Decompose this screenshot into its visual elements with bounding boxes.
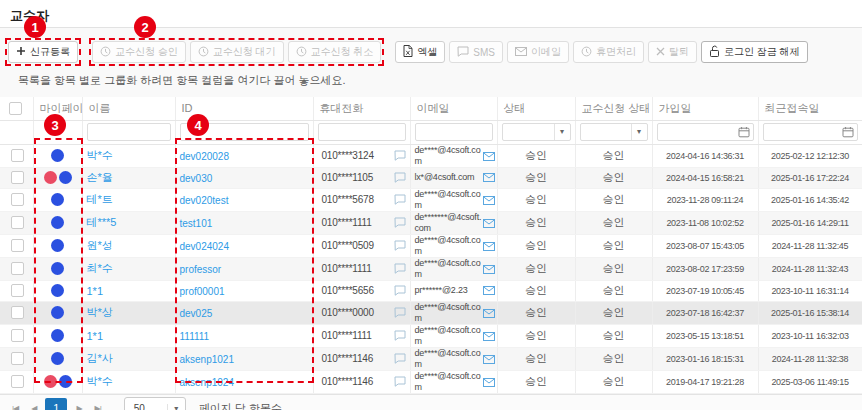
row-checkbox[interactable] [11,284,24,297]
id-link[interactable]: 111111 [180,331,210,342]
table-row[interactable]: 최*수professor010****1111de****@4csoft.com… [0,257,862,280]
sms-button[interactable]: SMS [449,41,503,63]
page-number-button[interactable]: 1 [45,398,67,410]
id-link[interactable]: dev020test [180,195,229,206]
sms-bubble-icon[interactable] [394,150,406,163]
filter-id-input[interactable] [180,123,309,141]
filter-joined-date[interactable] [657,123,754,141]
column-header-name[interactable]: 이름 [82,97,175,120]
column-header-phone[interactable]: 휴대전화 [313,97,410,120]
withdraw-button[interactable]: 탈퇴 [648,41,697,63]
filter-phone-input[interactable] [318,123,406,141]
name-link[interactable]: 박*수 [87,375,113,387]
mypage-blue-dot-icon[interactable] [51,284,64,297]
sms-bubble-icon[interactable] [394,172,406,185]
name-link[interactable]: 박*상 [87,306,113,318]
mypage-blue-dot-icon[interactable] [51,216,64,229]
new-register-button[interactable]: 신규등록 [8,41,78,63]
filter-email-input[interactable] [415,123,493,141]
table-row[interactable]: 김*사aksenp1021010****1146de****@4csoft.co… [0,347,862,370]
row-checkbox[interactable] [11,216,24,229]
table-row[interactable]: 손*율dev030010****1105lx*@4csoft.com승인승인20… [0,167,862,188]
table-row[interactable]: 1*1prof00001010****5656pr******@2.23승인승인… [0,280,862,301]
table-row[interactable]: 박*수aksenp1024010****1146de****@4csoft.co… [0,370,862,393]
row-checkbox[interactable] [11,171,24,184]
row-checkbox[interactable] [11,352,24,365]
filter-apply-status-select[interactable]: ▾ [580,123,648,141]
page-size-select[interactable]: 50 ▾ [124,397,186,410]
envelope-icon[interactable] [483,332,495,344]
table-row[interactable]: 1*1111111010****1111de****@4csoft.com승인승… [0,324,862,347]
next-page-icon[interactable]: ▶ [72,404,85,410]
id-link[interactable]: professor [180,264,222,275]
row-checkbox[interactable] [11,239,24,252]
approve-button[interactable]: 교수신청 승인 [92,41,186,63]
mypage-blue-dot-icon[interactable] [51,262,64,275]
envelope-icon[interactable] [483,242,495,254]
table-row[interactable]: 테*트dev020test010****5678de****@4csoft.co… [0,188,862,211]
mypage-blue-dot-icon[interactable] [51,352,64,365]
last-page-icon[interactable]: ▶| [91,404,105,410]
row-checkbox[interactable] [11,149,24,162]
prev-page-icon[interactable]: ◀ [27,404,40,410]
id-link[interactable]: dev025 [180,308,213,319]
table-row[interactable]: 원*성dev024024010****0509de****@4csoft.com… [0,234,862,257]
name-link[interactable]: 김*사 [87,352,113,364]
id-link[interactable]: aksenp1021 [180,354,235,365]
row-checkbox[interactable] [11,329,24,342]
table-row[interactable]: 테***5test101010****1111de*******@4csoft.… [0,211,862,234]
sms-bubble-icon[interactable] [394,353,406,366]
id-link[interactable]: aksenp1024 [180,377,235,388]
sms-bubble-icon[interactable] [394,217,406,230]
mypage-blue-dot-icon[interactable] [51,239,64,252]
select-all-checkbox[interactable] [9,102,22,115]
name-link[interactable]: 테*트 [87,193,113,205]
row-checkbox[interactable] [11,306,24,319]
name-link[interactable]: 원*성 [87,239,113,251]
sms-bubble-icon[interactable] [394,330,406,343]
id-link[interactable]: dev030 [180,173,213,184]
name-link[interactable]: 최*수 [87,262,113,274]
wait-button[interactable]: 교수신청 대기 [190,41,284,63]
envelope-icon[interactable] [483,378,495,390]
envelope-icon[interactable] [483,152,495,164]
sms-bubble-icon[interactable] [394,376,406,389]
name-link[interactable]: 테***5 [87,216,117,228]
sms-bubble-icon[interactable] [394,285,406,298]
column-header-apply-status[interactable]: 교수신청 상태 [575,97,652,120]
name-link[interactable]: 1*1 [87,330,104,342]
id-link[interactable]: dev020028 [180,151,230,162]
row-checkbox[interactable] [11,262,24,275]
sms-bubble-icon[interactable] [394,194,406,207]
column-header-last-access[interactable]: 최근접속일 [758,97,862,120]
envelope-icon[interactable] [483,286,495,298]
table-row[interactable]: 박*상dev025010****0000de****@4csoft.com승인승… [0,301,862,324]
envelope-icon[interactable] [483,265,495,277]
column-header-joined[interactable]: 가입일 [652,97,758,120]
column-header-mypage[interactable]: 마이페이지 [33,97,82,120]
id-link[interactable]: prof00001 [180,286,225,297]
envelope-icon[interactable] [483,309,495,321]
mypage-blue-dot-icon[interactable] [59,375,72,388]
name-link[interactable]: 1*1 [87,285,104,297]
mypage-blue-dot-icon[interactable] [51,149,64,162]
envelope-icon[interactable] [483,196,495,208]
row-checkbox[interactable] [11,375,24,388]
first-page-icon[interactable]: |◀ [8,404,22,410]
envelope-icon[interactable] [483,173,495,185]
sms-bubble-icon[interactable] [394,240,406,253]
sms-bubble-icon[interactable] [394,307,406,320]
sms-bubble-icon[interactable] [394,263,406,276]
column-header-email[interactable]: 이메일 [410,97,497,120]
column-header-status[interactable]: 상태 [497,97,575,120]
mypage-blue-dot-icon[interactable] [51,329,64,342]
mypage-blue-dot-icon[interactable] [51,306,64,319]
unlock-login-button[interactable]: 로그인 잠금 해제 [701,41,808,63]
id-link[interactable]: test101 [180,218,213,229]
name-link[interactable]: 박*수 [87,149,113,161]
row-checkbox[interactable] [11,193,24,206]
mypage-blue-dot-icon[interactable] [59,171,72,184]
mypage-red-dot-icon[interactable] [44,375,57,388]
table-row[interactable]: 박*수dev020028010****3124de****@4csoft.com… [0,144,862,167]
cancel-button[interactable]: 교수신청 취소 [288,41,382,63]
